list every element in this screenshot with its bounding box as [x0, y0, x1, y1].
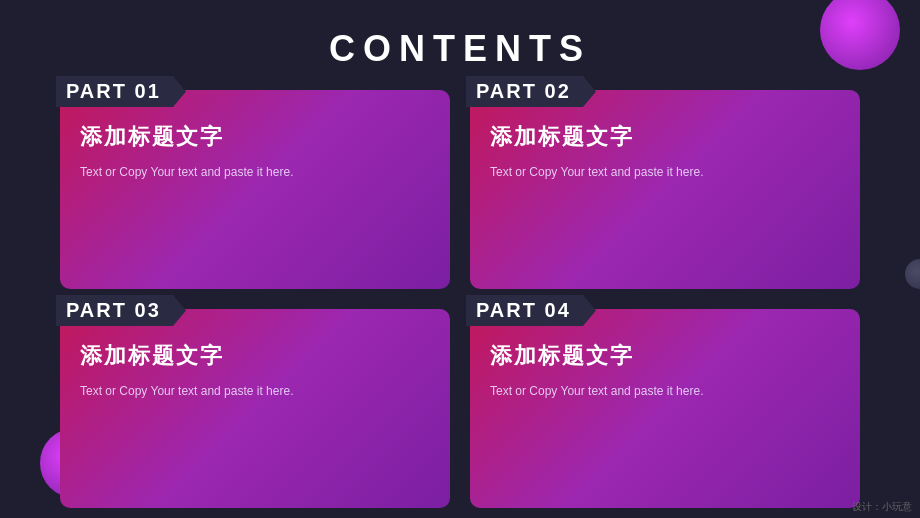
watermark: 设计：小玩意 [852, 500, 912, 514]
part-01-tab: PART 01 [56, 76, 186, 107]
card-01-inner: 添加标题文字 Text or Copy Your text and paste … [60, 98, 450, 198]
card-04-body: Text or Copy Your text and paste it here… [490, 381, 840, 401]
card-part-02: PART 02 添加标题文字 Text or Copy Your text an… [470, 90, 860, 289]
card-01-body: Text or Copy Your text and paste it here… [80, 162, 430, 182]
card-04-inner: 添加标题文字 Text or Copy Your text and paste … [470, 317, 860, 417]
card-02-body: Text or Copy Your text and paste it here… [490, 162, 840, 182]
cards-grid: PART 01 添加标题文字 Text or Copy Your text an… [0, 90, 920, 508]
card-part-04: PART 04 添加标题文字 Text or Copy Your text an… [470, 309, 860, 508]
card-02-heading: 添加标题文字 [490, 122, 840, 152]
part-02-tab: PART 02 [466, 76, 596, 107]
card-02-inner: 添加标题文字 Text or Copy Your text and paste … [470, 98, 860, 198]
part-03-tab: PART 03 [56, 295, 186, 326]
part-04-tab: PART 04 [466, 295, 596, 326]
card-04-heading: 添加标题文字 [490, 341, 840, 371]
card-03-body: Text or Copy Your text and paste it here… [80, 381, 430, 401]
card-01-heading: 添加标题文字 [80, 122, 430, 152]
card-part-01: PART 01 添加标题文字 Text or Copy Your text an… [60, 90, 450, 289]
card-03-heading: 添加标题文字 [80, 341, 430, 371]
card-part-03: PART 03 添加标题文字 Text or Copy Your text an… [60, 309, 450, 508]
card-03-inner: 添加标题文字 Text or Copy Your text and paste … [60, 317, 450, 417]
